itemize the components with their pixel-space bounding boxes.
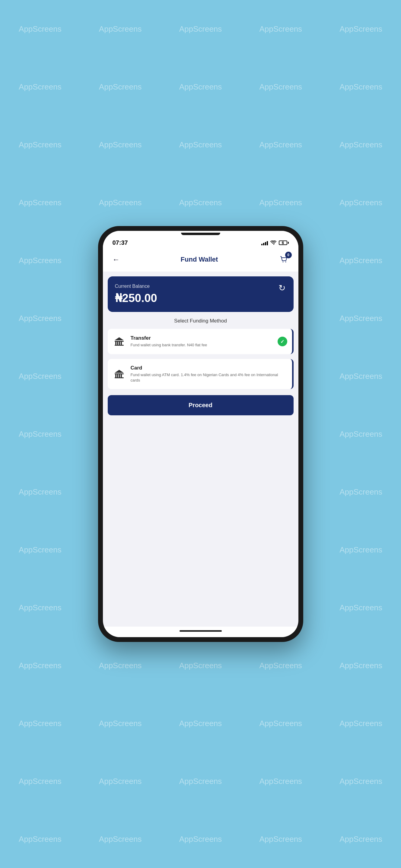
wifi-icon (270, 241, 277, 245)
svg-rect-10 (115, 374, 116, 377)
svg-marker-15 (115, 370, 124, 373)
balance-amount: ₦250.00 (115, 291, 286, 305)
svg-rect-5 (119, 342, 120, 345)
card-option[interactable]: Card Fund wallet using ATM card. 1.4% fe… (108, 359, 294, 389)
svg-rect-9 (115, 373, 124, 374)
cart-badge: 0 (285, 252, 292, 258)
status-time: 07:37 (113, 239, 128, 246)
bank-icon-transfer (113, 335, 126, 348)
refresh-button[interactable]: ↻ (277, 282, 288, 293)
balance-label: Current Balance (115, 284, 286, 289)
svg-rect-7 (115, 345, 124, 346)
proceed-button[interactable]: Proceed (108, 395, 294, 415)
refresh-icon: ↻ (279, 283, 285, 293)
notch-area (103, 231, 298, 235)
transfer-selected-icon: ✓ (278, 337, 287, 346)
transfer-title: Transfer (131, 335, 273, 341)
notch (181, 233, 220, 235)
signal-icon (261, 241, 268, 245)
status-icons: 6 (261, 241, 289, 245)
transfer-desc: Fund wallet using bank transfer. N40 fla… (131, 342, 273, 348)
back-arrow-icon: ← (113, 255, 120, 264)
svg-rect-11 (117, 374, 118, 377)
card-title: Card (131, 365, 287, 371)
svg-rect-3 (115, 342, 116, 345)
phone-frame: 07:37 6 (98, 226, 303, 642)
page-title: Fund Wallet (181, 255, 218, 264)
battery-icon: 6 (279, 241, 289, 245)
checkmark-icon: ✓ (280, 339, 284, 344)
svg-rect-4 (117, 342, 118, 345)
select-method-label: Select Funding Method (108, 318, 294, 324)
svg-point-1 (285, 261, 286, 262)
svg-rect-2 (115, 341, 124, 342)
svg-rect-6 (121, 342, 122, 345)
cart-button[interactable]: 0 (277, 252, 291, 267)
card-content: Card Fund wallet using ATM card. 1.4% fe… (131, 365, 287, 383)
home-indicator (103, 627, 298, 637)
home-bar (179, 630, 222, 632)
back-button[interactable]: ← (110, 253, 122, 266)
main-content: Current Balance ₦250.00 ↻ Select Funding… (103, 272, 298, 627)
svg-point-0 (282, 261, 283, 262)
bank-icon-card (113, 367, 126, 381)
svg-rect-13 (121, 374, 122, 377)
transfer-content: Transfer Fund wallet using bank transfer… (131, 335, 273, 348)
balance-card: Current Balance ₦250.00 ↻ (108, 276, 294, 312)
phone-screen: 07:37 6 (103, 231, 298, 637)
nav-bar: ← Fund Wallet 0 (103, 249, 298, 272)
card-desc: Fund wallet using ATM card. 1.4% fee on … (131, 372, 287, 383)
status-bar: 07:37 6 (103, 235, 298, 249)
svg-rect-12 (119, 374, 120, 377)
transfer-option[interactable]: Transfer Fund wallet using bank transfer… (108, 329, 294, 354)
svg-rect-14 (115, 377, 124, 378)
svg-marker-8 (115, 337, 124, 340)
